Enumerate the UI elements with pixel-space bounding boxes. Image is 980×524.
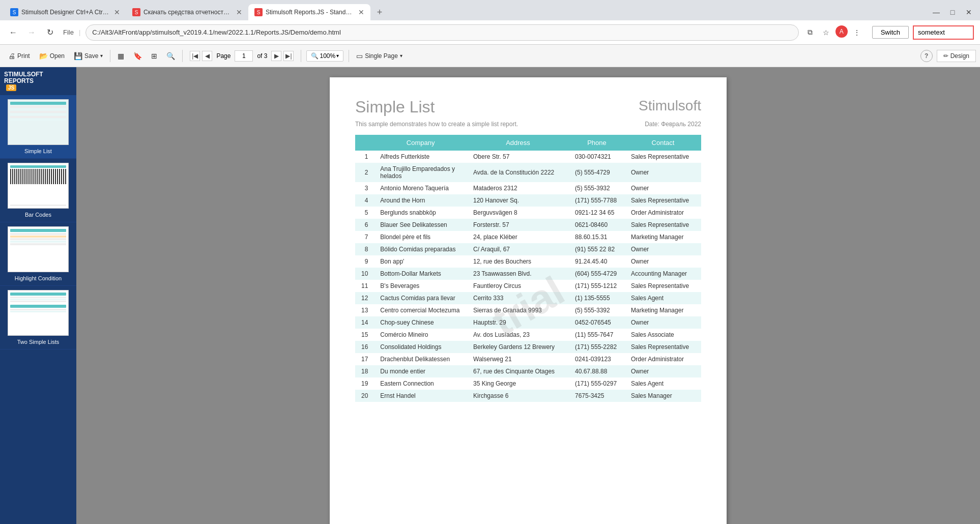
bookmark-icon[interactable]: ☆ bbox=[819, 25, 833, 40]
col-address: Address bbox=[467, 135, 569, 151]
toolbar-separator-2 bbox=[182, 50, 183, 62]
col-phone: Phone bbox=[569, 135, 625, 151]
tab-2[interactable]: S Скачать средства отчетности и ... ✕ bbox=[126, 4, 248, 20]
cell-contact: Marketing Manager bbox=[625, 231, 701, 243]
main-area: STIMULSOFT REPORTS JS bbox=[0, 67, 980, 524]
view-mode-button[interactable]: ▭ Single Page ▾ bbox=[352, 50, 407, 62]
tab-1[interactable]: S Stimulsoft Designer Ctrl+A Ctrl+... ✕ bbox=[4, 4, 126, 20]
minimize-button[interactable]: — bbox=[929, 5, 943, 19]
report-meta: This sample demonstrates how to create a… bbox=[355, 121, 701, 129]
bookmark-panel-button[interactable]: 🔖 bbox=[129, 50, 146, 62]
cell-num: 15 bbox=[355, 329, 374, 341]
table-row: 19Eastern Connection35 King George(171) … bbox=[355, 377, 701, 390]
sidebar-label-bar-codes: Bar Codes bbox=[25, 212, 51, 218]
switch-button[interactable]: Switch bbox=[872, 26, 909, 39]
table-row: 3Antonio Moreno TaqueríaMataderos 2312(5… bbox=[355, 182, 701, 194]
profile-icon[interactable]: A bbox=[835, 25, 848, 38]
help-button[interactable]: ? bbox=[920, 50, 933, 62]
cell-num: 5 bbox=[355, 207, 374, 219]
cell-contact: Sales Representative bbox=[625, 219, 701, 231]
cell-address: Forsterstr. 57 bbox=[467, 219, 569, 231]
page-number-input[interactable] bbox=[235, 50, 253, 62]
report-brand: Stimulsoft bbox=[639, 98, 701, 114]
tab-3[interactable]: S Stimulsoft Reports.JS - Standalor... ✕ bbox=[248, 4, 370, 20]
toolbar-separator-1 bbox=[110, 50, 110, 62]
cell-contact: Sales Representative bbox=[625, 194, 701, 207]
cell-num: 19 bbox=[355, 377, 374, 390]
back-button[interactable]: ← bbox=[6, 25, 20, 40]
save-button[interactable]: 💾 Save ▾ bbox=[70, 50, 107, 62]
cell-contact: Owner bbox=[625, 182, 701, 194]
save-icon: 💾 bbox=[74, 52, 82, 60]
zoom-button[interactable]: 🔍 100% ▾ bbox=[306, 50, 343, 62]
zoom-controls: 🔍 100% ▾ bbox=[306, 50, 343, 62]
tab-1-close[interactable]: ✕ bbox=[114, 8, 120, 16]
sidebar: STIMULSOFT REPORTS JS bbox=[0, 67, 76, 524]
print-button[interactable]: 🖨 Print bbox=[4, 50, 34, 62]
logo-area: STIMULSOFT REPORTS JS bbox=[0, 67, 76, 95]
open-button[interactable]: 📂 Open bbox=[35, 50, 69, 62]
report-date: Date: Февраль 2022 bbox=[645, 121, 701, 129]
cell-company: B's Beverages bbox=[374, 280, 467, 292]
sidebar-item-bar-codes[interactable]: Bar Codes bbox=[0, 159, 76, 222]
next-page-button[interactable]: ▶ bbox=[271, 51, 281, 61]
cell-address: Avda. de la Constitución 2222 bbox=[467, 163, 569, 182]
cell-company: Eastern Connection bbox=[374, 377, 467, 390]
cell-contact: Sales Associate bbox=[625, 329, 701, 341]
sidebar-item-two-lists[interactable]: Two Simple Lists bbox=[0, 286, 76, 350]
cell-phone: (5) 555-3392 bbox=[569, 304, 625, 316]
extensions-icon[interactable]: ⧉ bbox=[803, 25, 817, 40]
sidebar-item-highlight[interactable]: Highlight Condition bbox=[0, 222, 76, 286]
report-area[interactable]: trial Simple List Stimulsoft This sample… bbox=[76, 67, 980, 524]
maximize-button[interactable]: □ bbox=[945, 5, 960, 19]
cell-address: Berkeley Gardens 12 Brewery bbox=[467, 341, 569, 353]
cell-company: Antonio Moreno Taquería bbox=[374, 182, 467, 194]
cell-contact: Order Administrator bbox=[625, 353, 701, 365]
design-button[interactable]: ✏ Design bbox=[937, 50, 976, 62]
first-page-button[interactable]: |◀ bbox=[190, 51, 200, 61]
prev-page-button[interactable]: ◀ bbox=[202, 51, 212, 61]
sidebar-item-simple-list[interactable]: Simple List bbox=[0, 95, 76, 159]
close-button[interactable]: ✕ bbox=[962, 5, 976, 19]
save-label: Save bbox=[84, 52, 98, 60]
cell-contact: Owner bbox=[625, 163, 701, 182]
cell-phone: (5) 555-4729 bbox=[569, 163, 625, 182]
logo: STIMULSOFT REPORTS JS bbox=[4, 71, 43, 91]
cell-num: 8 bbox=[355, 243, 374, 255]
browser-window: S Stimulsoft Designer Ctrl+A Ctrl+... ✕ … bbox=[0, 0, 980, 45]
find-button[interactable]: 🔍 bbox=[162, 50, 179, 62]
forward-button[interactable]: → bbox=[24, 25, 39, 40]
tab-3-close[interactable]: ✕ bbox=[358, 8, 364, 16]
table-row: 4Around the Horn120 Hanover Sq.(171) 555… bbox=[355, 194, 701, 207]
cell-company: Du monde entier bbox=[374, 365, 467, 377]
cell-phone: (171) 555-2282 bbox=[569, 341, 625, 353]
params-icon: ⊞ bbox=[151, 52, 157, 60]
cell-company: Ana Trujillo Emparedados y helados bbox=[374, 163, 467, 182]
address-input[interactable] bbox=[85, 24, 798, 41]
cell-address: 12, rue des Bouchers bbox=[467, 255, 569, 268]
cell-phone: 88.60.15.31 bbox=[569, 231, 625, 243]
cell-address: Mataderos 2312 bbox=[467, 182, 569, 194]
cell-num: 18 bbox=[355, 365, 374, 377]
address-separator: | bbox=[79, 28, 80, 36]
tab-2-close[interactable]: ✕ bbox=[236, 8, 242, 16]
save-dropdown-icon[interactable]: ▾ bbox=[100, 53, 103, 59]
thumbnails-button[interactable]: ▦ bbox=[113, 50, 128, 62]
open-label: Open bbox=[50, 52, 65, 60]
refresh-button[interactable]: ↻ bbox=[43, 25, 57, 40]
tab-3-favicon: S bbox=[254, 8, 263, 16]
cell-phone: (171) 555-0297 bbox=[569, 377, 625, 390]
cell-contact: Owner bbox=[625, 243, 701, 255]
col-num bbox=[355, 135, 374, 151]
table-row: 17Drachenblut DelikatessenWalserweg 2102… bbox=[355, 353, 701, 365]
params-button[interactable]: ⊞ bbox=[147, 50, 161, 62]
cell-company: Cactus Comidas para llevar bbox=[374, 292, 467, 304]
last-page-button[interactable]: ▶| bbox=[283, 51, 294, 61]
sometext-input[interactable] bbox=[913, 25, 974, 40]
table-row: 16Consolidated HoldingsBerkeley Gardens … bbox=[355, 341, 701, 353]
cell-phone: (5) 555-3932 bbox=[569, 182, 625, 194]
new-tab-button[interactable]: + bbox=[372, 5, 387, 19]
table-body: 1Alfreds FutterkisteObere Str. 57030-007… bbox=[355, 151, 701, 402]
table-row: 18Du monde entier67, rue des Cinquante O… bbox=[355, 365, 701, 377]
more-button[interactable]: ⋮ bbox=[850, 25, 864, 40]
